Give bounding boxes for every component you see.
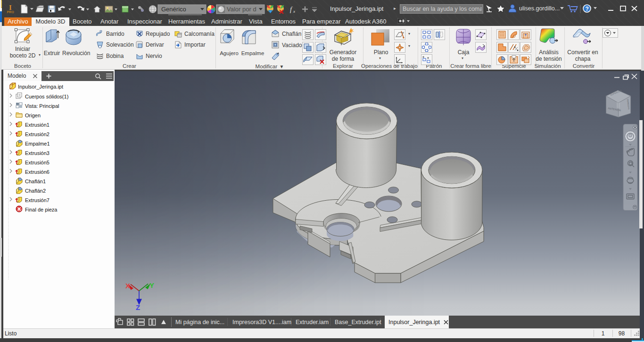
svg-text:Extrusión5: Extrusión5 bbox=[25, 160, 50, 165]
svg-text:Final de pieza: Final de pieza bbox=[25, 207, 58, 212]
svg-text:Chaflán1: Chaflán1 bbox=[25, 179, 46, 184]
svg-text:Extrusión7: Extrusión7 bbox=[25, 197, 50, 203]
svg-text:f: f bbox=[290, 6, 293, 13]
svg-text:Chaflán2: Chaflán2 bbox=[25, 188, 46, 194]
svg-text:Extrusión2: Extrusión2 bbox=[25, 131, 50, 137]
svg-text:Cuerpos sólidos(1): Cuerpos sólidos(1) bbox=[25, 94, 68, 99]
svg-text:?: ? bbox=[586, 6, 589, 12]
svg-text:Vista: Principal: Vista: Principal bbox=[25, 103, 59, 109]
svg-text:Valor por d: Valor por d bbox=[227, 6, 256, 13]
svg-text:X: X bbox=[125, 281, 130, 289]
svg-text:Inpulsor_Jeringa.ipt: Inpulsor_Jeringa.ipt bbox=[18, 84, 63, 90]
svg-text:Extrusión3: Extrusión3 bbox=[25, 150, 50, 156]
svg-text:Origen: Origen bbox=[25, 113, 41, 118]
svg-text:Z: Z bbox=[136, 303, 140, 311]
svg-text:Genérico: Genérico bbox=[161, 6, 186, 13]
svg-text:x: x bbox=[293, 9, 295, 14]
svg-text:Extrusión6: Extrusión6 bbox=[25, 169, 50, 175]
svg-text:Y: Y bbox=[149, 281, 154, 289]
svg-text:Extrusión1: Extrusión1 bbox=[25, 122, 50, 128]
svg-text:Empalme1: Empalme1 bbox=[25, 141, 50, 147]
